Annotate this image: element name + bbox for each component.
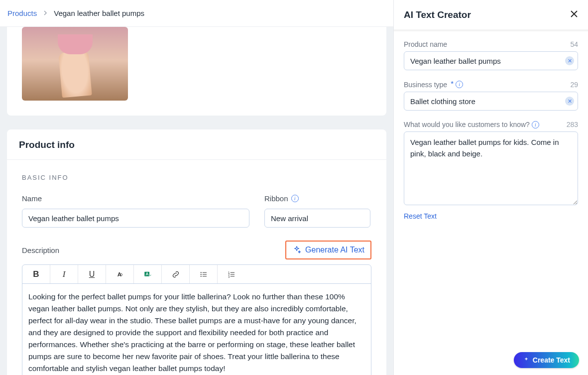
description-label: Description xyxy=(22,246,59,254)
generate-ai-text-button[interactable]: Generate AI Text xyxy=(285,241,371,259)
description-editor: B I U A A 123 xyxy=(22,264,371,375)
business-type-count: 29 xyxy=(570,81,578,89)
ribbon-label: Ribbon i xyxy=(264,194,370,203)
panel-title: AI Text Creator xyxy=(404,9,471,20)
main-content-pane: Products Vegan leather ballet pumps Prod… xyxy=(0,0,393,375)
product-name-input[interactable] xyxy=(404,51,578,70)
close-icon[interactable] xyxy=(570,9,578,20)
breadcrumb-current: Vegan leather ballet pumps xyxy=(54,9,144,17)
name-input[interactable] xyxy=(22,209,249,228)
editor-toolbar: B I U A A 123 xyxy=(22,265,371,284)
product-info-title: Product info xyxy=(7,129,386,160)
italic-button[interactable]: I xyxy=(50,265,78,283)
numbered-list-button[interactable]: 123 xyxy=(218,265,245,283)
highlight-button[interactable]: A xyxy=(134,265,162,283)
clear-business-type-icon[interactable]: ✕ xyxy=(565,97,574,106)
clear-product-name-icon[interactable]: ✕ xyxy=(565,56,574,65)
required-star-icon: * xyxy=(451,79,454,88)
chevron-right-icon xyxy=(43,9,48,17)
underline-button[interactable]: U xyxy=(78,265,106,283)
customers-know-count: 283 xyxy=(567,121,578,128)
breadcrumb: Products Vegan leather ballet pumps xyxy=(0,0,393,27)
product-image[interactable] xyxy=(22,27,128,101)
customers-know-textarea[interactable] xyxy=(404,131,578,205)
svg-point-5 xyxy=(200,275,201,276)
customers-know-label: What would you like customers to know? i xyxy=(404,121,539,128)
ai-text-creator-panel: AI Text Creator Product name 54 ✕ Busine… xyxy=(393,0,588,375)
svg-text:3: 3 xyxy=(228,275,230,278)
info-icon[interactable]: i xyxy=(456,81,463,88)
bold-button[interactable]: B xyxy=(22,265,50,283)
product-name-label: Product name xyxy=(404,40,447,48)
text-color-button[interactable]: A xyxy=(106,265,134,283)
description-textarea[interactable]: Looking for the perfect ballet pumps for… xyxy=(22,284,371,375)
link-button[interactable] xyxy=(162,265,190,283)
basic-info-section-label: BASIC INFO xyxy=(22,174,371,181)
svg-text:A: A xyxy=(145,272,148,276)
svg-text:A: A xyxy=(117,271,121,277)
info-icon[interactable]: i xyxy=(291,195,299,202)
bullet-list-button[interactable] xyxy=(190,265,218,283)
product-info-card: Product info BASIC INFO Name Ribbon i De… xyxy=(7,129,386,375)
svg-point-4 xyxy=(200,273,201,274)
product-image-card xyxy=(7,27,386,116)
create-text-button[interactable]: Create Text xyxy=(514,352,579,368)
sparkle-icon xyxy=(523,357,530,364)
svg-point-3 xyxy=(200,272,201,273)
reset-text-link[interactable]: Reset Text xyxy=(404,212,437,220)
name-label: Name xyxy=(22,194,249,203)
sparkle-icon xyxy=(292,246,301,254)
info-icon[interactable]: i xyxy=(532,121,539,128)
breadcrumb-root-link[interactable]: Products xyxy=(7,9,37,17)
product-name-count: 54 xyxy=(570,40,578,48)
ribbon-input[interactable] xyxy=(264,209,370,228)
business-type-label: Business type * i xyxy=(404,80,463,89)
business-type-input[interactable] xyxy=(404,92,578,111)
